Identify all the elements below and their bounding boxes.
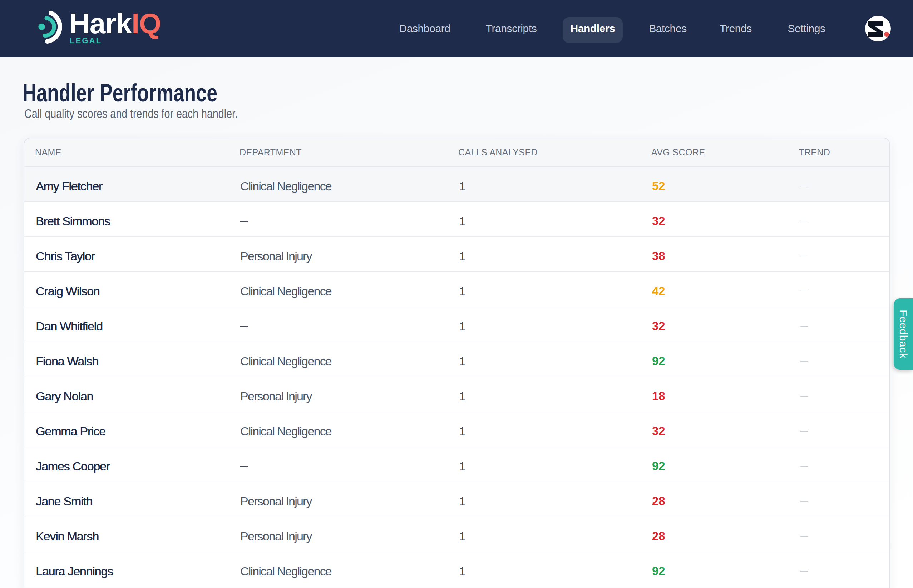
- svg-text:HarkIQ: HarkIQ: [70, 8, 161, 39]
- svg-text:LEGAL: LEGAL: [70, 36, 102, 45]
